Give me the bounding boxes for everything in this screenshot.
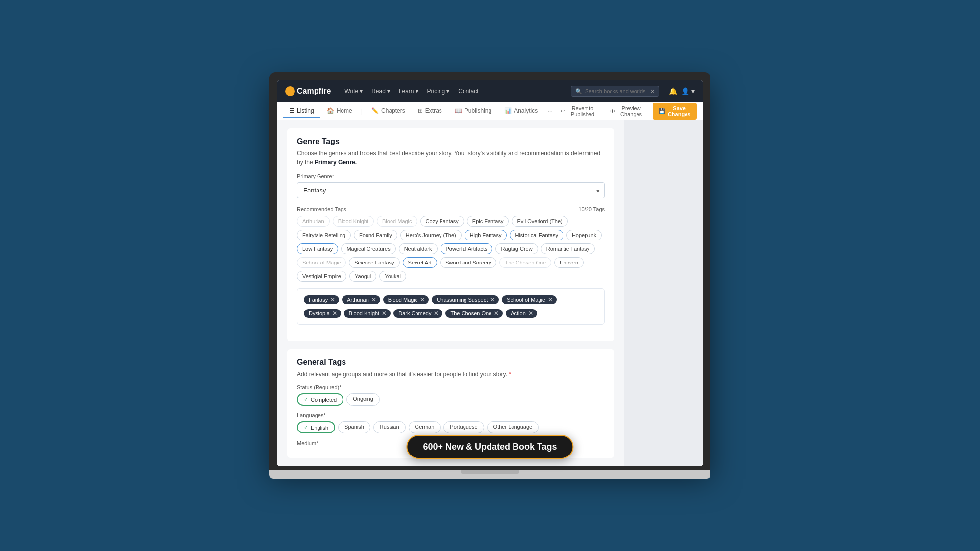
recommended-tags-label: Recommended Tags <box>297 206 346 212</box>
language-option[interactable]: German <box>409 421 441 433</box>
tag-pill[interactable]: Powerful Artifacts <box>441 243 493 254</box>
revert-icon: ↩ <box>561 108 565 114</box>
languages-label: Languages* <box>297 412 605 418</box>
tab-home[interactable]: 🏠 Home <box>321 104 358 118</box>
tag-pill[interactable]: Cozy Fantasy <box>420 216 464 227</box>
selected-tag[interactable]: School of Magic ✕ <box>502 295 556 304</box>
home-icon: 🏠 <box>327 107 334 114</box>
remove-tag-icon[interactable]: ✕ <box>494 311 499 316</box>
tag-pill[interactable]: Yaogui <box>349 271 376 282</box>
selected-tag[interactable]: Blood Magic ✕ <box>383 295 429 304</box>
primary-genre-select[interactable]: Fantasy <box>297 182 605 198</box>
language-option[interactable]: Portuguese <box>443 421 484 433</box>
tag-pill[interactable]: Sword and Sorcery <box>440 257 497 268</box>
tag-pill[interactable]: Unicorn <box>554 257 584 268</box>
tab-extras[interactable]: ⊞ Extras <box>412 104 448 118</box>
tab-chapters[interactable]: ✏️ Chapters <box>366 104 411 118</box>
tag-pill[interactable]: Vestigial Empire <box>297 271 346 282</box>
campfire-logo-icon <box>285 86 295 96</box>
promo-banner: 600+ New & Updated Book Tags <box>406 435 573 459</box>
tag-pill[interactable]: Evil Overlord (The) <box>512 216 567 227</box>
tag-pill[interactable]: Hero's Journey (The) <box>400 230 462 240</box>
status-option[interactable]: Completed <box>297 393 343 406</box>
nav-read[interactable]: Read ▾ <box>368 86 394 96</box>
search-input[interactable] <box>585 88 647 94</box>
tag-pill[interactable]: School of Magic <box>297 257 346 268</box>
chevron-down-icon: ▾ <box>387 88 390 95</box>
chevron-down-icon: ▾ <box>446 88 449 95</box>
remove-tag-icon[interactable]: ✕ <box>371 297 376 303</box>
tag-pill[interactable]: Arthurian <box>297 216 330 227</box>
remove-tag-icon[interactable]: ✕ <box>490 297 495 303</box>
tag-pill[interactable]: Magical Creatures <box>341 243 395 254</box>
nav-pricing[interactable]: Pricing ▾ <box>423 86 454 96</box>
tag-pill[interactable]: Ragtag Crew <box>495 243 538 254</box>
tab-publishing[interactable]: 📖 Publishing <box>449 104 497 118</box>
tag-pill[interactable]: Fairytale Retelling <box>297 230 351 240</box>
chevron-down-icon: ▾ <box>416 88 418 95</box>
nav-learn[interactable]: Learn ▾ <box>395 86 422 96</box>
search-icon: 🔍 <box>575 88 582 95</box>
tab-actions: ↩ Revert to Published 👁 Preview Changes … <box>557 103 697 120</box>
primary-genre-label: Primary Genre* <box>297 173 605 179</box>
tab-analytics[interactable]: 📊 Analytics <box>498 104 543 118</box>
selected-tag[interactable]: Fantasy ✕ <box>304 295 339 304</box>
language-option[interactable]: English <box>297 421 335 433</box>
tag-pill[interactable]: High Fantasy <box>465 230 507 240</box>
selected-tag[interactable]: Dark Comedy ✕ <box>393 309 442 318</box>
notifications-icon[interactable]: 🔔 <box>669 87 677 95</box>
tag-pill[interactable]: Romantic Fantasy <box>541 243 595 254</box>
selected-tag[interactable]: Arthurian ✕ <box>342 295 380 304</box>
list-icon: ☰ <box>289 107 294 114</box>
remove-tag-icon[interactable]: ✕ <box>420 297 425 303</box>
chevron-down-icon: ▾ <box>360 88 363 95</box>
remove-tag-icon[interactable]: ✕ <box>382 311 387 316</box>
tab-listing[interactable]: ☰ Listing <box>283 104 320 118</box>
user-menu-icon[interactable]: 👤 ▾ <box>681 87 695 95</box>
language-option[interactable]: Other Language <box>487 421 539 433</box>
genre-tags-desc: Choose the genres and tropes that best d… <box>297 149 605 167</box>
nav-contact[interactable]: Contact <box>454 86 482 96</box>
selected-tag[interactable]: The Chosen One ✕ <box>445 309 503 318</box>
pencil-icon: ✏️ <box>371 107 379 114</box>
tag-pill[interactable]: Blood Magic <box>377 216 417 227</box>
laptop-base <box>270 470 710 479</box>
tag-pill[interactable]: Youkai <box>379 271 406 282</box>
eye-icon: 👁 <box>610 108 615 114</box>
genre-tags-section: Genre Tags Choose the genres and tropes … <box>287 128 614 341</box>
logo[interactable]: Campfire <box>285 86 331 96</box>
remove-tag-icon[interactable]: ✕ <box>332 311 337 316</box>
remove-tag-icon[interactable]: ✕ <box>528 311 533 316</box>
remove-tag-icon[interactable]: ✕ <box>330 297 335 303</box>
language-option[interactable]: Russian <box>373 421 406 433</box>
language-option[interactable]: Spanish <box>338 421 370 433</box>
save-button[interactable]: 💾 Save Changes <box>653 103 697 120</box>
tag-pill[interactable]: The Chosen One <box>499 257 551 268</box>
nav-write[interactable]: Write ▾ <box>341 86 367 96</box>
status-option[interactable]: Ongoing <box>346 393 380 406</box>
tag-pill[interactable]: Epic Fantasy <box>467 216 509 227</box>
search-bar[interactable]: 🔍 ✕ <box>571 86 659 97</box>
remove-tag-icon[interactable]: ✕ <box>548 297 553 303</box>
selected-tag[interactable]: Unassuming Suspect ✕ <box>432 295 499 304</box>
book-icon: 📖 <box>455 107 462 114</box>
more-tabs-button[interactable]: ··· <box>544 107 556 115</box>
selected-tag[interactable]: Action ✕ <box>506 309 537 318</box>
remove-tag-icon[interactable]: ✕ <box>434 311 439 316</box>
tag-pill[interactable]: Blood Knight <box>333 216 374 227</box>
revert-button[interactable]: ↩ Revert to Published <box>557 103 602 119</box>
preview-button[interactable]: 👁 Preview Changes <box>606 103 649 119</box>
tag-pill[interactable]: Secret Art <box>403 257 437 268</box>
languages-toggle-group: EnglishSpanishRussianGermanPortugueseOth… <box>297 421 605 433</box>
tag-pill[interactable]: Neutraldark <box>399 243 438 254</box>
tag-pill[interactable]: Hopepunk <box>566 230 602 240</box>
clear-search-icon[interactable]: ✕ <box>650 88 655 95</box>
general-tags-title: General Tags <box>297 358 605 367</box>
tag-pill[interactable]: Science Fantasy <box>349 257 399 268</box>
tag-pill[interactable]: Historical Fantasy <box>510 230 563 240</box>
tag-pill[interactable]: Low Fantasy <box>297 243 338 254</box>
selected-tag[interactable]: Dystopia ✕ <box>304 309 341 318</box>
selected-tag[interactable]: Blood Knight ✕ <box>344 309 391 318</box>
nav-icons: 🔔 👤 ▾ <box>669 87 695 95</box>
tag-pill[interactable]: Found Family <box>354 230 397 240</box>
